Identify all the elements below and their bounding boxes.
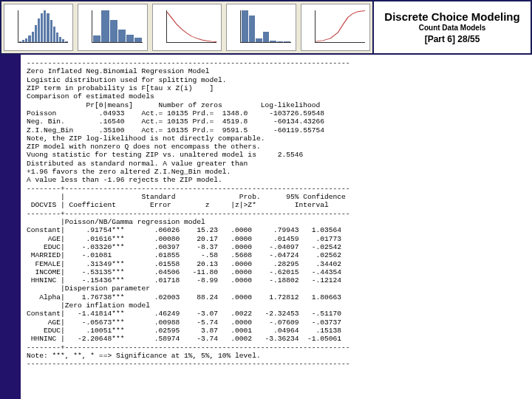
side-accent [0, 55, 21, 399]
bar [101, 10, 109, 42]
bar [38, 18, 40, 42]
bar [270, 41, 276, 42]
bar [41, 13, 43, 42]
content-area: ----------------------------------------… [21, 55, 532, 399]
curve [316, 10, 365, 41]
bar [44, 10, 46, 42]
bar [263, 32, 269, 42]
bar [93, 35, 100, 42]
slide-header: Discrete Choice Modeling Count Data Mode… [0, 0, 532, 55]
thumb-chart-5 [301, 4, 370, 51]
bar [28, 35, 30, 42]
title-sub: Count Data Models [419, 24, 486, 32]
bar [249, 16, 255, 42]
title-box: Discrete Choice Modeling Count Data Mode… [374, 1, 531, 53]
title-part: [Part 6] 28/55 [425, 34, 480, 44]
regression-output: ----------------------------------------… [27, 59, 528, 369]
title-main: Discrete Choice Modeling [384, 10, 519, 23]
slide-body: ----------------------------------------… [0, 55, 532, 399]
bar [59, 37, 61, 42]
bar [22, 40, 24, 42]
bar [65, 41, 67, 42]
bar [50, 20, 52, 42]
bar [56, 33, 58, 42]
bar [19, 41, 21, 42]
bar [62, 39, 64, 42]
bar [25, 38, 27, 42]
thumb-chart-2 [78, 4, 147, 51]
thumb-chart-3 [152, 4, 222, 51]
bar [256, 38, 262, 42]
thumb-chart-1 [4, 4, 73, 51]
bar [35, 25, 37, 42]
bar [284, 41, 290, 42]
slide-root: Discrete Choice Modeling Count Data Mode… [0, 0, 532, 399]
bar [277, 41, 283, 42]
bar [32, 32, 34, 42]
bar [47, 13, 49, 42]
bar [118, 30, 126, 42]
thumb-chart-4 [226, 4, 296, 51]
bar [242, 10, 248, 42]
bar [110, 20, 117, 42]
bar [53, 27, 55, 43]
bar [134, 38, 142, 42]
curve [167, 12, 216, 41]
bar [126, 35, 134, 42]
thumbnail-chart-row [1, 1, 374, 53]
